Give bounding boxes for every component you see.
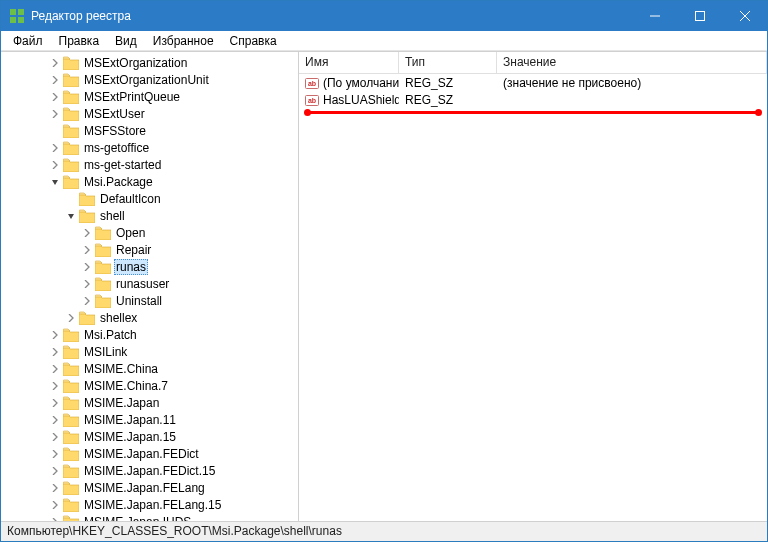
list-pane: Имя Тип Значение ab(По умолчанию)REG_SZ(… xyxy=(299,52,767,521)
tree-item-label: MSFSStore xyxy=(82,124,148,138)
window-controls xyxy=(632,1,767,31)
value-name: HasLUAShield xyxy=(323,93,399,107)
menu-help[interactable]: Справка xyxy=(222,32,285,50)
tree-item-label: MSIME.Japan.15 xyxy=(82,430,178,444)
tree-item[interactable]: MSIME.Japan.IHDS xyxy=(1,513,298,521)
tree-item-label: MSExtOrganization xyxy=(82,56,189,70)
tree-item[interactable]: MSILink xyxy=(1,343,298,360)
tree-item-label: ms-getoffice xyxy=(82,141,151,155)
chevron-down-icon[interactable] xyxy=(65,210,77,222)
chevron-right-icon[interactable] xyxy=(81,261,93,273)
chevron-right-icon[interactable] xyxy=(49,159,61,171)
tree-item[interactable]: Msi.Patch xyxy=(1,326,298,343)
value-name: (По умолчанию) xyxy=(323,76,399,90)
tree-item[interactable]: MSIME.Japan.15 xyxy=(1,428,298,445)
tree-item-label: runas xyxy=(114,259,148,275)
maximize-button[interactable] xyxy=(677,1,722,31)
tree-item-label: MSIME.Japan.FEDict xyxy=(82,447,201,461)
tree-item-label: Uninstall xyxy=(114,294,164,308)
titlebar[interactable]: Редактор реестра xyxy=(1,1,767,31)
chevron-right-icon[interactable] xyxy=(49,57,61,69)
column-name[interactable]: Имя xyxy=(299,52,399,73)
chevron-right-icon[interactable] xyxy=(49,363,61,375)
column-type[interactable]: Тип xyxy=(399,52,497,73)
value-type-cell: REG_SZ xyxy=(399,76,497,90)
chevron-right-icon[interactable] xyxy=(49,482,61,494)
tree-item-label: shell xyxy=(98,209,127,223)
tree-item-label: MSILink xyxy=(82,345,129,359)
svg-text:ab: ab xyxy=(308,80,316,87)
menu-file[interactable]: Файл xyxy=(5,32,51,50)
chevron-right-icon[interactable] xyxy=(81,244,93,256)
tree-item[interactable]: runasuser xyxy=(1,275,298,292)
tree-item[interactable]: Open xyxy=(1,224,298,241)
tree-item-label: MSIME.China xyxy=(82,362,160,376)
chevron-right-icon[interactable] xyxy=(49,397,61,409)
tree-item[interactable]: runas xyxy=(1,258,298,275)
tree-item[interactable]: MSIME.Japan.FELang xyxy=(1,479,298,496)
tree-item[interactable]: DefaultIcon xyxy=(1,190,298,207)
tree-item[interactable]: MSExtPrintQueue xyxy=(1,88,298,105)
value-data-cell: (значение не присвоено) xyxy=(497,76,767,90)
tree-item[interactable]: MSIME.Japan.FEDict.15 xyxy=(1,462,298,479)
svg-rect-1 xyxy=(18,9,24,15)
tree-item-label: Msi.Package xyxy=(82,175,155,189)
tree-item-label: MSIME.Japan xyxy=(82,396,161,410)
chevron-right-icon[interactable] xyxy=(49,329,61,341)
tree-item-label: ms-get-started xyxy=(82,158,163,172)
chevron-right-icon[interactable] xyxy=(49,448,61,460)
content-area: MSExtOrganizationMSExtOrganizationUnitMS… xyxy=(1,51,767,521)
tree-item-label: DefaultIcon xyxy=(98,192,163,206)
app-window: Редактор реестра Файл Правка Вид Избранн… xyxy=(0,0,768,542)
chevron-right-icon[interactable] xyxy=(49,516,61,522)
tree-item[interactable]: shellex xyxy=(1,309,298,326)
tree-item[interactable]: MSIME.Japan.FEDict xyxy=(1,445,298,462)
chevron-right-icon[interactable] xyxy=(49,380,61,392)
tree-item-label: MSIME.China.7 xyxy=(82,379,170,393)
tree-item[interactable]: Uninstall xyxy=(1,292,298,309)
tree-item[interactable]: MSExtOrganization xyxy=(1,54,298,71)
tree-item[interactable]: MSExtUser xyxy=(1,105,298,122)
tree-item[interactable]: MSExtOrganizationUnit xyxy=(1,71,298,88)
tree-item[interactable]: ms-get-started xyxy=(1,156,298,173)
menu-favorites[interactable]: Избранное xyxy=(145,32,222,50)
close-button[interactable] xyxy=(722,1,767,31)
chevron-down-icon[interactable] xyxy=(49,176,61,188)
tree-item[interactable]: MSIME.Japan.11 xyxy=(1,411,298,428)
chevron-right-icon[interactable] xyxy=(49,91,61,103)
chevron-right-icon[interactable] xyxy=(65,312,77,324)
chevron-right-icon[interactable] xyxy=(81,278,93,290)
tree-item[interactable]: MSIME.China xyxy=(1,360,298,377)
tree-item[interactable]: Repair xyxy=(1,241,298,258)
list-row[interactable]: abHasLUAShieldREG_SZ xyxy=(299,91,767,108)
app-icon xyxy=(9,8,25,24)
list-body[interactable]: ab(По умолчанию)REG_SZ(значение не присв… xyxy=(299,74,767,521)
chevron-right-icon[interactable] xyxy=(49,346,61,358)
tree-item[interactable]: Msi.Package xyxy=(1,173,298,190)
tree-item[interactable]: ms-getoffice xyxy=(1,139,298,156)
chevron-right-icon[interactable] xyxy=(49,414,61,426)
value-name-cell: ab(По умолчанию) xyxy=(299,76,399,90)
tree-item[interactable]: MSIME.Japan.FELang.15 xyxy=(1,496,298,513)
minimize-button[interactable] xyxy=(632,1,677,31)
menu-edit[interactable]: Правка xyxy=(51,32,108,50)
tree-item[interactable]: MSFSStore xyxy=(1,122,298,139)
chevron-right-icon[interactable] xyxy=(49,108,61,120)
chevron-right-icon[interactable] xyxy=(49,499,61,511)
chevron-right-icon[interactable] xyxy=(49,465,61,477)
tree-item[interactable]: MSIME.China.7 xyxy=(1,377,298,394)
chevron-right-icon[interactable] xyxy=(81,295,93,307)
tree-item-label: MSIME.Japan.11 xyxy=(82,413,178,427)
chevron-right-icon[interactable] xyxy=(49,142,61,154)
tree-item-label: MSExtPrintQueue xyxy=(82,90,182,104)
column-value[interactable]: Значение xyxy=(497,52,767,73)
tree-item-label: MSExtOrganizationUnit xyxy=(82,73,211,87)
list-row[interactable]: ab(По умолчанию)REG_SZ(значение не присв… xyxy=(299,74,767,91)
chevron-right-icon[interactable] xyxy=(81,227,93,239)
chevron-right-icon[interactable] xyxy=(49,74,61,86)
chevron-right-icon[interactable] xyxy=(49,431,61,443)
tree-item[interactable]: MSIME.Japan xyxy=(1,394,298,411)
tree-pane[interactable]: MSExtOrganizationMSExtOrganizationUnitMS… xyxy=(1,52,299,521)
menu-view[interactable]: Вид xyxy=(107,32,145,50)
tree-item[interactable]: shell xyxy=(1,207,298,224)
